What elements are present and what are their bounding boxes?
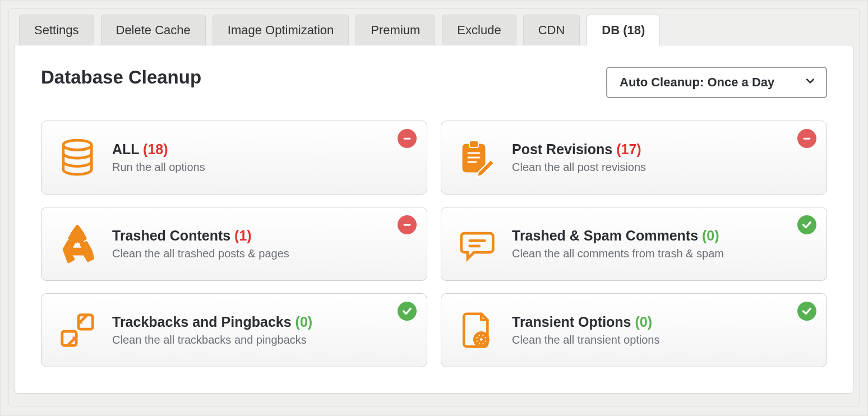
tab-cdn[interactable]: CDN — [523, 15, 580, 45]
clipboard-edit-icon — [457, 137, 497, 178]
card-post-revisions[interactable]: Post Revisions (17) Clean the all post r… — [441, 121, 827, 195]
card-grid: ALL (18) Run the all options — [41, 121, 827, 367]
card-subtitle: Clean the all transient options — [512, 334, 660, 346]
card-title: Transient Options — [512, 314, 631, 330]
card-subtitle: Clean the all post revisions — [512, 161, 646, 174]
workspace: Settings Delete Cache Image Optimization… — [8, 8, 860, 406]
panel-db: Database Cleanup Auto Cleanup: Once a Da… — [15, 45, 853, 394]
minus-icon — [398, 129, 417, 148]
tab-db[interactable]: DB (18) — [587, 15, 660, 45]
svg-rect-11 — [469, 141, 478, 147]
card-count: (0) — [635, 314, 652, 330]
card-title: ALL — [112, 141, 139, 157]
pingback-icon — [57, 310, 98, 350]
tab-settings[interactable]: Settings — [19, 15, 94, 45]
file-gear-icon — [457, 310, 497, 350]
auto-cleanup-selected-label: Auto Cleanup: Once a Day — [620, 75, 774, 90]
tab-row: Settings Delete Cache Image Optimization… — [15, 15, 853, 45]
svg-rect-13 — [404, 224, 411, 226]
tab-image-optimization[interactable]: Image Optimization — [213, 15, 349, 45]
database-icon — [57, 137, 98, 178]
card-all[interactable]: ALL (18) Run the all options — [41, 121, 427, 195]
card-title: Trackbacks and Pingbacks — [112, 314, 292, 330]
svg-line-30 — [477, 343, 478, 344]
card-title: Post Revisions — [512, 141, 612, 157]
check-icon — [797, 302, 816, 321]
card-subtitle: Run the all options — [112, 161, 205, 174]
svg-rect-12 — [804, 138, 811, 140]
card-count: (0) — [702, 228, 719, 243]
card-count: (18) — [143, 141, 168, 157]
tab-delete-cache[interactable]: Delete Cache — [101, 15, 206, 45]
svg-point-0 — [63, 140, 91, 150]
svg-line-29 — [484, 335, 486, 336]
card-title: Trashed Contents — [112, 228, 230, 243]
auto-cleanup-select[interactable]: Auto Cleanup: Once a Day — [606, 67, 827, 98]
card-subtitle: Clean the all trackbacks and pingbacks — [112, 334, 312, 346]
svg-line-27 — [477, 335, 478, 336]
panel-header: Database Cleanup Auto Cleanup: Once a Da… — [41, 67, 827, 98]
card-transient-options[interactable]: Transient Options (0) Clean the all tran… — [441, 293, 827, 367]
minus-icon — [398, 215, 417, 234]
chevron-down-icon — [805, 75, 816, 90]
card-trashed-spam-comments[interactable]: Trashed & Spam Comments (0) Clean the al… — [441, 207, 827, 281]
svg-rect-1 — [404, 138, 411, 140]
comment-icon — [457, 224, 497, 264]
card-count: (0) — [296, 314, 313, 330]
tab-premium[interactable]: Premium — [355, 15, 435, 45]
page-title: Database Cleanup — [41, 67, 201, 88]
card-count: (1) — [234, 228, 252, 243]
minus-icon — [797, 129, 816, 148]
card-count: (17) — [616, 141, 641, 157]
svg-line-28 — [484, 343, 486, 344]
card-trashed-contents[interactable]: Trashed Contents (1) Clean the all trash… — [41, 207, 427, 281]
card-trackbacks-pingbacks[interactable]: Trackbacks and Pingbacks (0) Clean the a… — [41, 293, 427, 367]
card-subtitle: Clean the all trashed posts & pages — [112, 247, 289, 260]
tab-exclude[interactable]: Exclude — [442, 15, 516, 45]
check-icon — [797, 215, 816, 234]
check-icon — [398, 302, 417, 321]
recycle-icon — [57, 224, 98, 264]
card-subtitle: Clean the all comments from trash & spam — [512, 247, 724, 260]
card-title: Trashed & Spam Comments — [512, 228, 698, 243]
